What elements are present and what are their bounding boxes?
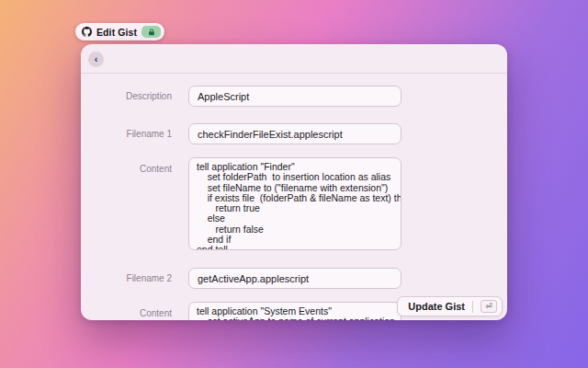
content-2-label: Content [81, 308, 172, 318]
button-divider [472, 301, 473, 313]
filename-1-input[interactable] [188, 123, 401, 144]
chevron-left-icon: ‹ [95, 54, 98, 64]
description-input[interactable] [188, 86, 401, 107]
github-icon [82, 27, 92, 37]
private-badge [141, 26, 161, 38]
enter-key-icon: ⏎ [481, 300, 497, 313]
lock-icon [148, 29, 155, 36]
filename-2-input[interactable] [188, 268, 401, 289]
back-button[interactable]: ‹ [88, 52, 104, 67]
tab-title: Edit Gist [96, 27, 137, 38]
description-label: Description [81, 86, 172, 107]
update-gist-button[interactable]: Update Gist ⏎ [397, 296, 503, 316]
content-2-textarea[interactable]: tell application "System Events" set act… [188, 302, 401, 320]
content-1-label: Content [81, 164, 172, 174]
content-1-textarea[interactable]: tell application "Finder" set folderPath… [188, 157, 401, 250]
window-header: ‹ [81, 44, 507, 74]
filename-1-label: Filename 1 [81, 123, 172, 144]
main-window: ‹ Description Filename 1 Content tell ap… [81, 44, 507, 320]
update-gist-label: Update Gist [408, 301, 465, 312]
filename-2-label: Filename 2 [81, 268, 172, 289]
edit-gist-tab[interactable]: Edit Gist [75, 23, 164, 40]
desktop-background: { "tab": { "title": "Edit Gist", "icons"… [0, 0, 588, 368]
